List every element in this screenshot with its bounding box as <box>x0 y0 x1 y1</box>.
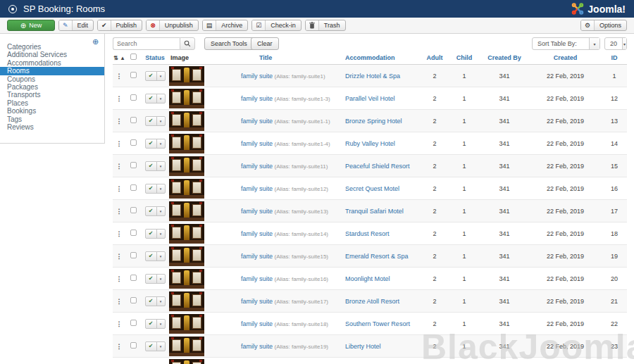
row-checkbox[interactable] <box>130 297 137 303</box>
status-toggle[interactable]: ✔ ▾ <box>145 274 166 284</box>
accommodation-link[interactable]: Parallel Veil Hotel <box>345 95 395 102</box>
room-thumbnail[interactable] <box>169 66 204 86</box>
clear-button[interactable]: Clear <box>251 37 279 50</box>
room-thumbnail[interactable] <box>169 201 204 221</box>
accommodation-link[interactable]: Stardust Resort <box>345 230 390 237</box>
edit-button[interactable]: ✎ Edit <box>58 20 94 31</box>
ordering-sort-icon[interactable]: ⇅ ▴ <box>113 55 125 61</box>
accommodation-link[interactable]: Peaceful Shield Resort <box>345 163 410 170</box>
room-thumbnail[interactable] <box>169 359 204 364</box>
header-child[interactable]: Child <box>456 54 473 61</box>
accommodation-link[interactable]: Secret Quest Motel <box>345 185 399 192</box>
accommodation-link[interactable]: Drizzle Hotel & Spa <box>345 73 400 80</box>
sidebar-item-coupons[interactable]: Coupons <box>0 75 104 83</box>
unpublish-button[interactable]: ⊗ Unpublish <box>146 20 199 31</box>
drag-handle-icon[interactable]: ⋮ <box>116 208 123 215</box>
drag-handle-icon[interactable]: ⋮ <box>116 298 123 305</box>
publish-button[interactable]: ✔ Publish <box>97 20 142 31</box>
sort-table-by-select[interactable]: Sort Table By: ▾ <box>532 37 600 50</box>
drag-handle-icon[interactable]: ⋮ <box>116 163 123 170</box>
room-thumbnail[interactable] <box>169 156 204 176</box>
sidebar-item-tags[interactable]: Tags <box>0 115 104 123</box>
sidebar-item-additional-services[interactable]: Additional Services <box>0 51 104 58</box>
header-adult[interactable]: Adult <box>427 54 443 61</box>
sidebar-item-places[interactable]: Places <box>0 99 104 107</box>
room-title-link[interactable]: family suite <box>241 95 273 102</box>
drag-handle-icon[interactable]: ⋮ <box>116 320 123 327</box>
accommodation-link[interactable]: Southern Tower Resort <box>345 320 410 327</box>
sidebar-item-reviews[interactable]: Reviews <box>0 123 104 131</box>
row-checkbox[interactable] <box>130 207 137 213</box>
room-title-link[interactable]: family suite <box>241 140 273 147</box>
room-thumbnail[interactable] <box>169 179 204 199</box>
accommodation-link[interactable]: Ruby Valley Hotel <box>345 140 395 147</box>
row-checkbox[interactable] <box>130 162 137 168</box>
drag-handle-icon[interactable]: ⋮ <box>116 118 123 125</box>
status-toggle[interactable]: ✔ ▾ <box>145 184 166 194</box>
sidebar-item-rooms[interactable]: Rooms <box>0 67 104 75</box>
room-title-link[interactable]: family suite <box>241 275 273 282</box>
status-toggle[interactable]: ✔ ▾ <box>145 116 166 126</box>
drag-handle-icon[interactable]: ⋮ <box>116 185 123 192</box>
status-toggle[interactable]: ✔ ▾ <box>145 94 166 103</box>
accommodation-link[interactable]: Bronze Atoll Resort <box>345 298 399 305</box>
room-thumbnail[interactable] <box>169 314 204 334</box>
status-toggle[interactable]: ✔ ▾ <box>145 71 166 81</box>
header-accommodation[interactable]: Accommodation <box>345 54 395 61</box>
room-title-link[interactable]: family suite <box>241 230 273 237</box>
row-checkbox[interactable] <box>130 72 137 78</box>
status-toggle[interactable]: ✔ ▾ <box>145 229 166 239</box>
accommodation-link[interactable]: Liberty Hotel <box>345 343 381 350</box>
status-toggle[interactable]: ✔ ▾ <box>145 161 166 171</box>
room-thumbnail[interactable] <box>169 224 204 244</box>
status-toggle[interactable]: ✔ ▾ <box>145 206 166 216</box>
room-title-link[interactable]: family suite <box>241 73 273 80</box>
header-id[interactable]: ID <box>611 54 618 61</box>
drag-handle-icon[interactable]: ⋮ <box>116 140 123 147</box>
row-checkbox[interactable] <box>130 275 137 281</box>
room-title-link[interactable]: family suite <box>241 298 273 305</box>
options-button[interactable]: ⚙ Options <box>580 20 627 31</box>
room-thumbnail[interactable] <box>169 89 204 108</box>
row-checkbox[interactable] <box>130 252 137 258</box>
per-page-select[interactable]: 20 ▾ <box>604 37 627 50</box>
checkin-button[interactable]: ☑ Check-in <box>251 20 302 31</box>
drag-handle-icon[interactable]: ⋮ <box>116 73 123 80</box>
select-all-checkbox[interactable] <box>130 54 137 60</box>
status-toggle[interactable]: ✔ ▾ <box>145 251 166 261</box>
row-checkbox[interactable] <box>130 94 137 101</box>
status-toggle[interactable]: ✔ ▾ <box>145 341 166 351</box>
row-checkbox[interactable] <box>130 117 137 123</box>
room-title-link[interactable]: family suite <box>241 208 273 215</box>
row-checkbox[interactable] <box>130 320 137 326</box>
row-checkbox[interactable] <box>130 342 137 349</box>
room-title-link[interactable]: family suite <box>241 163 273 170</box>
drag-handle-icon[interactable]: ⋮ <box>116 275 123 282</box>
search-button[interactable] <box>180 37 195 50</box>
room-thumbnail[interactable] <box>169 337 204 356</box>
header-created-by[interactable]: Created By <box>487 54 521 61</box>
room-title-link[interactable]: family suite <box>241 185 273 192</box>
status-toggle[interactable]: ✔ ▾ <box>145 319 166 329</box>
room-thumbnail[interactable] <box>169 291 204 311</box>
row-checkbox[interactable] <box>130 184 137 191</box>
room-thumbnail[interactable] <box>169 246 204 266</box>
new-button[interactable]: ⊕ New <box>7 20 55 31</box>
drag-handle-icon[interactable]: ⋮ <box>116 230 123 237</box>
header-status[interactable]: Status <box>145 54 165 61</box>
sidebar-item-bookings[interactable]: Bookings <box>0 107 104 115</box>
sidebar-item-packages[interactable]: Packages <box>0 83 104 91</box>
room-title-link[interactable]: family suite <box>241 253 273 260</box>
drag-handle-icon[interactable]: ⋮ <box>116 343 123 350</box>
accommodation-link[interactable]: Bronze Spring Hotel <box>345 118 402 125</box>
room-thumbnail[interactable] <box>169 269 204 289</box>
row-checkbox[interactable] <box>130 230 137 236</box>
status-toggle[interactable]: ✔ ▾ <box>145 296 166 306</box>
room-thumbnail[interactable] <box>169 134 204 153</box>
status-toggle[interactable]: ✔ ▾ <box>145 139 166 149</box>
accommodation-link[interactable]: Moonlight Motel <box>345 275 390 282</box>
room-thumbnail[interactable] <box>169 111 204 131</box>
room-title-link[interactable]: family suite <box>241 118 273 125</box>
header-created[interactable]: Created <box>554 54 578 61</box>
trash-button[interactable]: Trash <box>305 20 346 31</box>
